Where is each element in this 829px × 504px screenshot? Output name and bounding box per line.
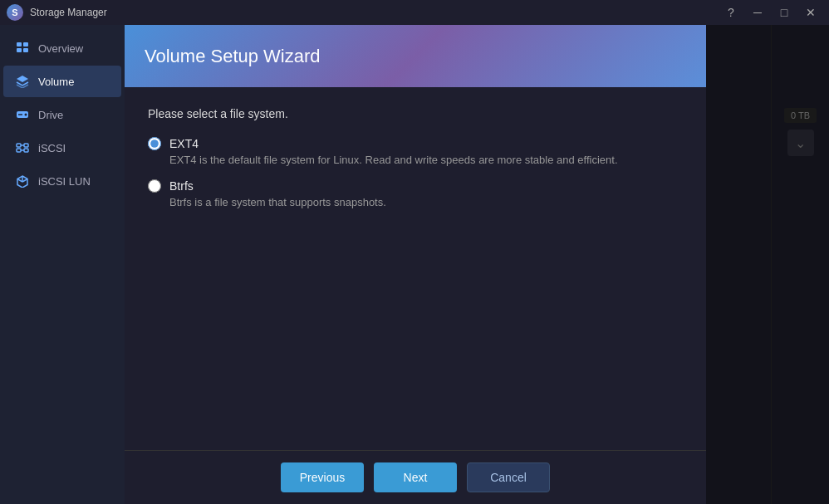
dialog-header: Volume Setup Wizard: [125, 25, 706, 87]
next-button[interactable]: Next: [374, 462, 457, 492]
modal-overlay: Volume Setup Wizard Please select a file…: [125, 25, 829, 504]
svg-point-5: [25, 114, 27, 116]
layers-icon: [15, 74, 30, 89]
sidebar-label-overview: Overview: [38, 42, 83, 55]
title-bar: S Storage Manager ? ─ □ ✕: [0, 0, 829, 25]
content-area: 0 TB ⌄ Volume Setup Wizard Please select…: [125, 25, 829, 504]
sidebar-item-iscsi[interactable]: iSCSI: [3, 132, 121, 164]
svg-rect-7: [17, 144, 21, 147]
previous-button[interactable]: Previous: [281, 462, 364, 492]
label-ext4[interactable]: EXT4: [169, 137, 199, 150]
svg-rect-3: [23, 48, 28, 52]
app-body: Overview Volume Drive: [0, 25, 829, 504]
sidebar-item-iscsi-lun[interactable]: iSCSI LUN: [3, 165, 121, 197]
sidebar-label-volume: Volume: [38, 76, 74, 88]
volume-setup-dialog: Volume Setup Wizard Please select a file…: [125, 25, 706, 504]
svg-rect-2: [17, 48, 22, 52]
title-bar-controls: ? ─ □ ✕: [719, 4, 822, 21]
label-btrfs[interactable]: Btrfs: [169, 179, 194, 193]
svg-line-15: [17, 179, 22, 183]
dialog-footer: Previous Next Cancel: [125, 450, 706, 504]
filesystem-option-group: EXT4 EXT4 is the default file system for…: [148, 137, 683, 208]
close-button[interactable]: ✕: [799, 4, 822, 21]
link-icon: [15, 140, 30, 155]
option-btrfs: Btrfs Btrfs is a file system that suppor…: [148, 179, 683, 208]
option-ext4-label-row: EXT4: [148, 137, 683, 150]
dialog-question: Please select a file system.: [148, 107, 683, 120]
maximize-button[interactable]: □: [773, 4, 796, 21]
title-bar-left: S Storage Manager: [7, 4, 107, 21]
app-icon: S: [7, 4, 23, 21]
svg-rect-1: [23, 42, 28, 46]
minimize-button[interactable]: ─: [746, 4, 769, 21]
svg-rect-9: [24, 144, 28, 147]
svg-line-14: [22, 179, 27, 183]
dialog-title: Volume Setup Wizard: [145, 46, 321, 67]
sidebar-item-drive[interactable]: Drive: [3, 99, 121, 130]
title-bar-title: Storage Manager: [30, 7, 107, 18]
cancel-button[interactable]: Cancel: [467, 462, 550, 492]
dialog-body: Please select a file system. EXT4 EXT4 i…: [125, 87, 706, 450]
sidebar-item-overview[interactable]: Overview: [3, 32, 121, 64]
svg-rect-0: [17, 42, 22, 46]
cube-icon: [15, 174, 30, 188]
desc-ext4: EXT4 is the default file system for Linu…: [169, 154, 683, 166]
option-ext4: EXT4 EXT4 is the default file system for…: [148, 137, 683, 166]
svg-rect-8: [17, 149, 21, 152]
hdd-icon: [15, 107, 30, 122]
sidebar-item-volume[interactable]: Volume: [3, 66, 121, 97]
help-button[interactable]: ?: [719, 4, 743, 21]
option-btrfs-label-row: Btrfs: [148, 179, 683, 193]
grid-icon: [15, 41, 30, 56]
sidebar-label-iscsi: iSCSI: [38, 142, 66, 154]
radio-btrfs[interactable]: [148, 179, 161, 193]
sidebar-label-iscsi-lun: iSCSI LUN: [38, 175, 91, 188]
desc-btrfs: Btrfs is a file system that supports sna…: [169, 196, 683, 208]
sidebar-label-drive: Drive: [38, 109, 63, 121]
radio-ext4[interactable]: [148, 137, 161, 150]
svg-rect-10: [24, 149, 28, 152]
sidebar: Overview Volume Drive: [0, 25, 125, 504]
